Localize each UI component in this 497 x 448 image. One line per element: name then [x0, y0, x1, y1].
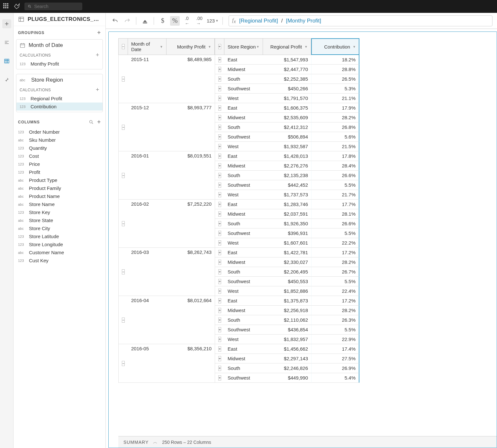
expand-region-button[interactable]: + — [215, 74, 224, 84]
expand-region-button[interactable]: + — [215, 325, 224, 335]
currency-format-button[interactable]: $ — [158, 16, 167, 26]
expand-region-button[interactable]: + — [215, 55, 224, 65]
field-row[interactable]: 123Cust Key — [14, 256, 105, 264]
expand-region-button[interactable]: + — [215, 363, 224, 373]
field-row[interactable]: 123Profit — [14, 168, 105, 176]
field-row[interactable]: 123Order Number — [14, 128, 105, 136]
col-header-month[interactable]: Month of Date▼ — [128, 38, 167, 55]
add-grouping-button[interactable]: + — [97, 29, 101, 36]
expand-region-button[interactable]: + — [215, 65, 224, 74]
add-calc-button[interactable]: + — [96, 86, 99, 93]
logo-icon[interactable] — [14, 3, 21, 10]
percent-format-button[interactable]: % — [170, 16, 180, 26]
expand-region-button[interactable]: + — [215, 171, 224, 180]
apps-grid-icon[interactable] — [3, 3, 10, 10]
number-format-dropdown[interactable]: 123▼ — [207, 18, 219, 23]
rail-table-icon[interactable] — [2, 57, 11, 66]
expand-region-button[interactable]: + — [215, 228, 224, 238]
field-row[interactable]: abcStore State — [14, 216, 105, 224]
field-row[interactable]: abcProduct Type — [14, 176, 105, 184]
summary-bar[interactable]: SUMMARY ︿ 250 Rows – 22 Columns — [118, 436, 497, 448]
field-row[interactable]: 123Store Latitude — [14, 232, 105, 240]
field-row[interactable]: 123Cost — [14, 152, 105, 160]
expand-region-button[interactable]: + — [215, 238, 224, 248]
expand-region-button[interactable]: + — [215, 315, 224, 325]
expand-region-button[interactable]: + — [215, 277, 224, 286]
field-row[interactable]: abcProduct Name — [14, 192, 105, 200]
field-row[interactable]: 123Contribution — [16, 103, 103, 111]
collapse-month-button[interactable]: − — [118, 344, 128, 383]
field-row[interactable]: abcStore Name — [14, 200, 105, 208]
collapse-month-button[interactable]: − — [118, 55, 128, 103]
expand-region-button[interactable]: + — [215, 219, 224, 228]
collapse-month-button[interactable]: − — [118, 200, 128, 248]
field-row[interactable]: 123Regional Profit — [16, 94, 103, 103]
expand-all-region-button[interactable]: + — [215, 38, 224, 55]
expand-region-button[interactable]: + — [215, 344, 224, 354]
expand-region-button[interactable]: + — [215, 190, 224, 200]
undo-button[interactable] — [110, 16, 120, 26]
col-header-monthly-profit[interactable]: Monthy Profit▼ — [167, 38, 215, 55]
regional-profit-cell: $2,246,826 — [263, 363, 311, 373]
add-column-button[interactable]: + — [97, 119, 101, 125]
expand-region-button[interactable]: + — [215, 306, 224, 315]
rail-add-button[interactable] — [2, 19, 11, 28]
col-header-contribution[interactable]: Contribution▼ — [311, 38, 359, 55]
col-header-region[interactable]: Store Region▼ — [224, 38, 263, 55]
field-row[interactable]: abcSku Number — [14, 136, 105, 144]
expand-region-button[interactable]: + — [215, 209, 224, 219]
search-box[interactable] — [24, 3, 82, 10]
expand-region-button[interactable]: + — [215, 296, 224, 306]
expand-region-button[interactable]: + — [215, 151, 224, 161]
expand-region-button[interactable]: + — [215, 373, 224, 383]
expand-region-button[interactable]: + — [215, 113, 224, 122]
field-row[interactable]: abcCustomer Name — [14, 248, 105, 256]
expand-region-button[interactable]: + — [215, 200, 224, 209]
field-name: Monthy Profit — [31, 61, 59, 67]
add-calc-button[interactable]: + — [96, 52, 99, 58]
svg-point-0 — [28, 5, 30, 7]
regional-profit-cell: $2,256,918 — [263, 306, 311, 315]
rail-list-icon[interactable] — [2, 38, 11, 47]
collapse-month-button[interactable]: − — [118, 151, 128, 200]
rail-pin-icon[interactable] — [2, 75, 11, 84]
field-row[interactable]: 123Store Key — [14, 208, 105, 216]
field-row[interactable]: 123Quantity — [14, 144, 105, 152]
expand-region-button[interactable]: + — [215, 142, 224, 151]
field-row[interactable]: abcStore City — [14, 224, 105, 232]
expand-region-button[interactable]: + — [215, 94, 224, 103]
collapse-month-button[interactable]: − — [118, 296, 128, 344]
redo-button[interactable] — [122, 16, 132, 26]
expand-region-button[interactable]: + — [215, 122, 224, 132]
expand-region-button[interactable]: + — [215, 286, 224, 296]
formula-bar[interactable]: fx [Regional Profit] / [Monthy Profit] — [229, 15, 492, 26]
field-row[interactable]: abcProduct Family — [14, 184, 105, 192]
fill-color-button[interactable] — [140, 16, 150, 26]
field-row[interactable]: 123Monthy Profit — [16, 60, 103, 68]
col-header-regional-profit[interactable]: Regional Profit▼ — [263, 38, 311, 55]
expand-region-button[interactable]: + — [215, 257, 224, 267]
search-columns-icon[interactable] — [89, 120, 94, 125]
expand-region-button[interactable]: + — [215, 103, 224, 113]
expand-region-button[interactable]: + — [215, 267, 224, 277]
expand-region-button[interactable]: + — [215, 132, 224, 142]
search-input[interactable] — [34, 4, 79, 9]
collapse-all-month-button[interactable]: − — [118, 38, 128, 55]
expand-region-button[interactable]: + — [215, 248, 224, 257]
grouping-card-region[interactable]: abc Store Region CALCULATIONS + 123Regio… — [16, 74, 103, 112]
field-row[interactable]: 123Store Longitude — [14, 240, 105, 248]
expand-region-button[interactable]: + — [215, 84, 224, 94]
collapse-month-button[interactable]: − — [118, 103, 128, 151]
collapse-month-button[interactable]: − — [118, 248, 128, 296]
grouping-card-month[interactable]: Month of Date CALCULATIONS + 123Monthy P… — [16, 39, 103, 69]
decrease-decimal-button[interactable]: .0← — [182, 16, 192, 26]
region-cell: South — [224, 122, 263, 132]
expand-region-button[interactable]: + — [215, 354, 224, 363]
expand-region-button[interactable]: + — [215, 180, 224, 190]
expand-region-button[interactable]: + — [215, 335, 224, 344]
expand-region-button[interactable]: + — [215, 161, 224, 171]
increase-decimal-button[interactable]: .00→ — [194, 16, 204, 26]
type-tag: 123 — [18, 211, 26, 214]
field-row[interactable]: 123Price — [14, 160, 105, 168]
field-name: Cust Key — [29, 258, 49, 263]
